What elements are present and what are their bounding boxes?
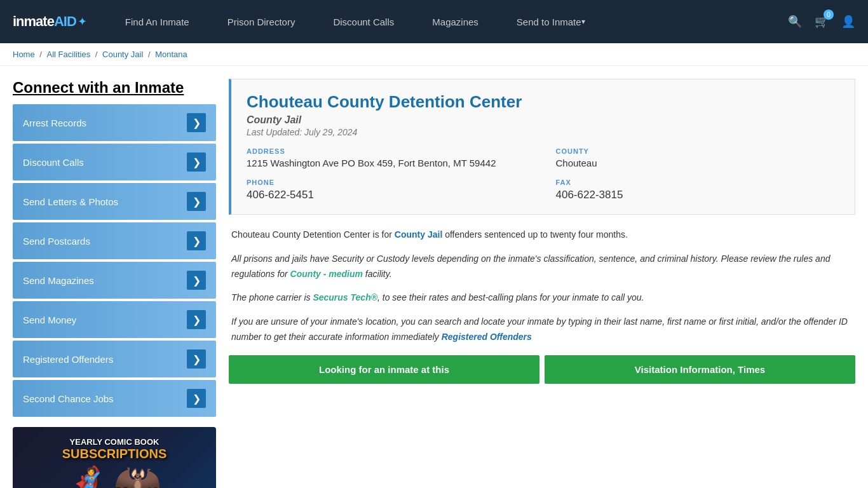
user-icon[interactable]: 👤: [841, 15, 855, 29]
arrow-icon: ❯: [187, 192, 206, 211]
breadcrumb-bar: Home / All Facilities / County Jail / Mo…: [0, 43, 868, 66]
phone-value: 406-622-5451: [247, 189, 531, 201]
breadcrumb-all-facilities[interactable]: All Facilities: [47, 50, 91, 59]
county-medium-link[interactable]: County - medium: [290, 269, 363, 279]
sidebar-item-label: Send Money: [23, 315, 76, 325]
desc-para1: Chouteau County Detention Center is for …: [231, 227, 853, 243]
visitation-info-button[interactable]: Visitation Information, Times: [545, 355, 855, 384]
fax-value: 406-622-3815: [556, 189, 840, 201]
facility-type: County Jail: [247, 114, 839, 126]
sidebar-item-label: Arrest Records: [23, 118, 86, 128]
facility-contact: PHONE 406-622-5451 FAX 406-622-3815: [247, 179, 839, 201]
logo-bird-icon: ✦: [78, 15, 87, 29]
logo[interactable]: inmateAID ✦: [13, 13, 87, 30]
address-col: ADDRESS 1215 Washington Ave PO Box 459, …: [247, 147, 531, 168]
phone-col: PHONE 406-622-5451: [247, 179, 531, 201]
hero-batman-icon: 🦇: [114, 461, 161, 488]
sidebar-item-label: Send Postcards: [23, 236, 90, 247]
sidebar-item-registered-offenders[interactable]: Registered Offenders ❯: [13, 341, 216, 377]
sidebar-item-send-magazines[interactable]: Send Magazines ❯: [13, 262, 216, 299]
cart-icon[interactable]: 🛒 0: [815, 15, 829, 29]
sidebar-item-label: Send Letters & Photos: [23, 196, 118, 207]
search-icon[interactable]: 🔍: [788, 15, 802, 29]
arrow-icon: ❯: [187, 271, 206, 290]
nav-find-inmate[interactable]: Find An Inmate: [106, 0, 208, 43]
county-col: COUNTY Chouteau: [556, 147, 840, 168]
hero-superman-icon: 🦸: [68, 468, 107, 488]
nav-discount-calls[interactable]: Discount Calls: [314, 0, 413, 43]
registered-offenders-link[interactable]: Registered Offenders: [442, 332, 532, 342]
fax-col: FAX 406-622-3815: [556, 179, 840, 201]
sidebar-item-label: Discount Calls: [23, 157, 84, 168]
sidebar-item-second-chance-jobs[interactable]: Second Chance Jobs ❯: [13, 380, 216, 417]
sidebar-item-send-postcards[interactable]: Send Postcards ❯: [13, 222, 216, 259]
phone-label: PHONE: [247, 179, 531, 186]
arrow-icon: ❯: [187, 349, 206, 369]
facility-description: Chouteau County Detention Center is for …: [229, 227, 855, 345]
bottom-buttons: Looking for an inmate at this Visitation…: [229, 355, 855, 384]
sidebar-item-discount-calls[interactable]: Discount Calls ❯: [13, 144, 216, 180]
facility-updated: Last Updated: July 29, 2024: [247, 127, 839, 137]
sidebar-item-send-letters[interactable]: Send Letters & Photos ❯: [13, 183, 216, 220]
ad-hero-figures: 🦸 🦇: [68, 461, 161, 488]
breadcrumb-home[interactable]: Home: [13, 50, 35, 59]
sidebar-item-label: Registered Offenders: [23, 354, 113, 365]
cart-count-badge: 0: [824, 10, 834, 20]
facility-details: ADDRESS 1215 Washington Ave PO Box 459, …: [247, 147, 839, 168]
content-area: Chouteau County Detention Center County …: [229, 79, 855, 488]
county-label: COUNTY: [556, 147, 840, 155]
ad-banner[interactable]: YEARLY COMIC BOOK SUBSCRIPTIONS 🦸 🦇 STAR…: [13, 427, 216, 488]
arrow-icon: ❯: [187, 152, 206, 172]
breadcrumb: Home / All Facilities / County Jail / Mo…: [13, 50, 855, 59]
arrow-icon: ❯: [187, 389, 206, 408]
desc-para3: The phone carrier is Securus Tech®, to s…: [231, 290, 853, 306]
navbar: inmateAID ✦ Find An Inmate Prison Direct…: [0, 0, 868, 43]
main-layout: Connect with an Inmate Arrest Records ❯ …: [0, 66, 868, 488]
ad-top-text: YEARLY COMIC BOOK: [70, 437, 159, 447]
facility-name: Chouteau County Detention Center: [247, 92, 839, 112]
fax-label: FAX: [556, 179, 840, 186]
county-jail-link[interactable]: County Jail: [395, 229, 442, 240]
arrow-icon: ❯: [187, 231, 206, 250]
breadcrumb-montana[interactable]: Montana: [155, 50, 187, 59]
sidebar-item-label: Send Magazines: [23, 275, 94, 286]
sidebar-item-arrest-records[interactable]: Arrest Records ❯: [13, 104, 216, 141]
nav-send-to-inmate[interactable]: Send to Inmate: [498, 0, 604, 43]
breadcrumb-county-jail[interactable]: County Jail: [102, 50, 143, 59]
desc-para2: All prisons and jails have Security or C…: [231, 252, 853, 282]
sidebar: Connect with an Inmate Arrest Records ❯ …: [13, 79, 216, 488]
nav-magazines[interactable]: Magazines: [413, 0, 498, 43]
address-label: ADDRESS: [247, 147, 531, 155]
nav-right-icons: 🔍 🛒 0 👤: [788, 15, 855, 29]
desc-para4: If you are unsure of your inmate's locat…: [231, 315, 853, 345]
address-value: 1215 Washington Ave PO Box 459, Fort Ben…: [247, 158, 531, 168]
securus-tech-link[interactable]: Securus Tech®: [313, 292, 377, 302]
sidebar-title: Connect with an Inmate: [13, 79, 216, 97]
sidebar-item-send-money[interactable]: Send Money ❯: [13, 301, 216, 338]
sidebar-menu: Arrest Records ❯ Discount Calls ❯ Send L…: [13, 104, 216, 417]
arrow-icon: ❯: [187, 113, 206, 132]
facility-card: Chouteau County Detention Center County …: [229, 79, 855, 215]
county-value: Chouteau: [556, 158, 840, 168]
nav-prison-directory[interactable]: Prison Directory: [208, 0, 315, 43]
looking-for-inmate-button[interactable]: Looking for an inmate at this: [229, 355, 539, 384]
arrow-icon: ❯: [187, 310, 206, 329]
sidebar-item-label: Second Chance Jobs: [23, 393, 114, 404]
nav-links: Find An Inmate Prison Directory Discount…: [106, 0, 788, 43]
